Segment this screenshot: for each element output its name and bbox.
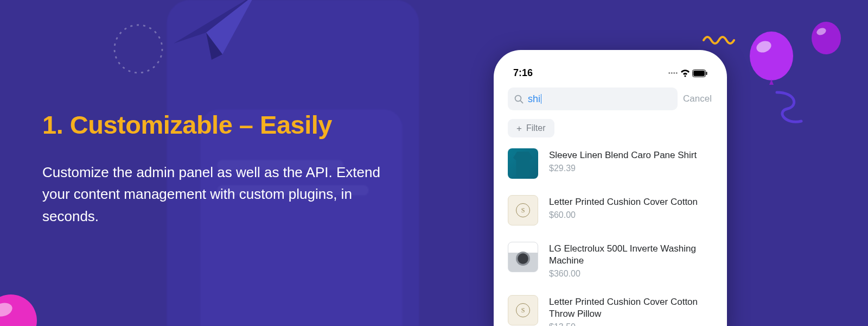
status-bar: 7:16 •••• <box>508 66 713 87</box>
product-list: Sleeve Linen Blend Caro Pane Shirt$29.39… <box>508 148 713 326</box>
search-icon <box>514 95 524 104</box>
product-thumb <box>508 295 538 325</box>
wifi-icon <box>680 70 690 77</box>
plus-icon: + <box>516 124 522 133</box>
product-thumb <box>508 242 538 272</box>
product-price: $29.39 <box>549 164 713 173</box>
status-time: 7:16 <box>513 67 533 79</box>
svg-rect-19 <box>706 72 707 75</box>
product-price: $13.50 <box>549 322 713 326</box>
filter-label: Filter <box>526 123 546 133</box>
search-value: shi <box>528 93 540 105</box>
decorative-curly <box>771 90 809 130</box>
filter-button[interactable]: + Filter <box>508 119 554 137</box>
decorative-balloon <box>749 32 795 89</box>
product-price: $360.00 <box>549 269 713 279</box>
section-heading: 1. Customizable – Easily <box>42 110 395 140</box>
svg-line-21 <box>520 101 522 103</box>
decorative-ball <box>0 293 38 326</box>
product-name: Sleeve Linen Blend Caro Pane Shirt <box>549 149 713 161</box>
product-name: Letter Printed Cushion Cover Cotton <box>549 196 713 208</box>
svg-rect-18 <box>693 71 705 76</box>
decorative-balloon <box>810 22 842 61</box>
product-thumb <box>508 148 538 179</box>
product-name: Letter Printed Cushion Cover Cotton Thro… <box>549 296 713 320</box>
product-item[interactable]: LG Electrolux 500L Inverte Washing Machi… <box>508 242 713 279</box>
decorative-squiggle <box>703 33 735 46</box>
svg-point-10 <box>750 32 793 80</box>
search-input[interactable]: shi <box>508 87 678 110</box>
product-item[interactable]: Letter Printed Cushion Cover Cotton$60.0… <box>508 195 713 225</box>
battery-icon <box>692 70 707 77</box>
product-item[interactable]: Letter Printed Cushion Cover Cotton Thro… <box>508 295 713 326</box>
product-name: LG Electrolux 500L Inverte Washing Machi… <box>549 243 713 267</box>
svg-point-16 <box>684 75 686 77</box>
signal-icon: •••• <box>668 70 678 76</box>
product-price: $60.00 <box>549 210 713 220</box>
cancel-button[interactable]: Cancel <box>682 93 713 104</box>
product-thumb <box>508 195 538 225</box>
product-item[interactable]: Sleeve Linen Blend Caro Pane Shirt$29.39 <box>508 148 713 179</box>
section-description: Customize the admin panel as well as the… <box>42 161 395 227</box>
phone-mockup: 7:16 •••• shi Cancel + Filter <box>494 50 727 326</box>
svg-point-12 <box>812 22 841 54</box>
